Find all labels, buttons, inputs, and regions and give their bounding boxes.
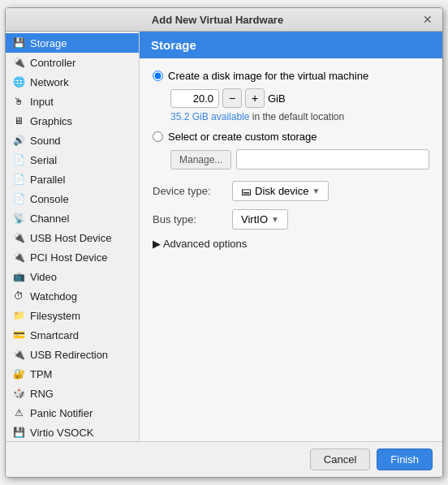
advanced-options-row[interactable]: ▶ Advanced options (153, 238, 429, 250)
available-suffix: in the default location (249, 111, 344, 122)
available-text: 35.2 GiB available in the default locati… (170, 111, 429, 122)
sidebar-item-pci-host-device[interactable]: 🔌PCI Host Device (6, 247, 139, 267)
device-type-arrow: ▼ (312, 187, 320, 195)
sidebar-label-usb-host-device: USB Host Device (30, 232, 111, 244)
sidebar-icon-storage: 💾 (12, 36, 25, 49)
radio-custom-label[interactable]: Select or create custom storage (168, 131, 317, 143)
disk-icon: 🖴 (241, 185, 252, 197)
dialog-title: Add New Virtual Hardware (14, 14, 421, 26)
sidebar-label-watchdog: Watchdog (30, 290, 77, 303)
sidebar-label-parallel: Parallel (30, 174, 65, 186)
sidebar-item-serial[interactable]: 📄Serial (6, 150, 139, 170)
sidebar-item-input[interactable]: 🖱Input (6, 92, 139, 111)
sidebar-label-channel: Channel (30, 212, 69, 225)
sidebar-item-parallel[interactable]: 📄Parallel (6, 170, 139, 189)
sidebar-item-watchdog[interactable]: ⏱Watchdog (6, 286, 139, 306)
increase-button[interactable]: + (245, 88, 265, 108)
sidebar-icon-parallel: 📄 (12, 173, 25, 186)
main-panel: Storage Create a disk image for the virt… (140, 32, 442, 441)
sidebar-item-smartcard[interactable]: 💳Smartcard (6, 325, 139, 345)
sidebar-item-panic-notifier[interactable]: ⚠Panic Notifier (6, 403, 139, 423)
bus-type-row: Bus type: VirtIO ▼ (153, 209, 429, 230)
disk-size-input[interactable] (170, 89, 219, 108)
sidebar-icon-panic-notifier: ⚠ (12, 406, 25, 419)
sidebar-item-sound[interactable]: 🔊Sound (6, 131, 139, 150)
sidebar-item-filesystem[interactable]: 📁Filesystem (6, 306, 139, 325)
sidebar-icon-filesystem: 📁 (12, 309, 25, 322)
sidebar-label-panic-notifier: Panic Notifier (30, 407, 93, 419)
manage-input[interactable] (236, 149, 429, 170)
bus-type-select[interactable]: VirtIO ▼ (232, 209, 288, 230)
dialog: Add New Virtual Hardware ✕ 💾Storage🔌Cont… (5, 7, 443, 478)
sidebar-label-video: Video (30, 271, 57, 283)
cancel-button[interactable]: Cancel (310, 449, 370, 470)
sidebar-icon-video: 📺 (12, 270, 25, 283)
sidebar-label-virtio-vsock: Virtio VSOCK (30, 427, 94, 439)
sidebar-item-graphics[interactable]: 🖥Graphics (6, 111, 139, 131)
bus-type-value: VirtIO (241, 213, 268, 225)
panel-header: Storage (140, 32, 442, 58)
sidebar-label-usb-redirection: USB Redirection (30, 349, 108, 361)
unit-label: GiB (268, 92, 286, 105)
device-type-value: Disk device (255, 185, 308, 197)
main-body: Create a disk image for the virtual mach… (140, 58, 442, 441)
content-area: 💾Storage🔌Controller🌐Network🖱Input🖥Graphi… (6, 32, 442, 441)
sidebar: 💾Storage🔌Controller🌐Network🖱Input🖥Graphi… (6, 32, 140, 441)
sidebar-icon-usb-redirection: 🔌 (12, 348, 25, 361)
sidebar-label-console: Console (30, 193, 69, 205)
sidebar-item-usb-redirection[interactable]: 🔌USB Redirection (6, 345, 139, 364)
sidebar-icon-sound: 🔊 (12, 134, 25, 147)
close-icon[interactable]: ✕ (421, 13, 434, 26)
sidebar-item-virtio-vsock[interactable]: 💾Virtio VSOCK (6, 423, 139, 441)
sidebar-icon-controller: 🔌 (12, 56, 25, 69)
sidebar-icon-rng: 🎲 (12, 387, 25, 400)
radio-custom[interactable] (153, 131, 163, 142)
sidebar-label-filesystem: Filesystem (30, 310, 80, 322)
sidebar-icon-serial: 📄 (12, 153, 25, 166)
sidebar-icon-tpm: 🔐 (12, 367, 25, 380)
sidebar-item-network[interactable]: 🌐Network (6, 72, 139, 92)
sidebar-icon-watchdog: ⏱ (12, 290, 25, 303)
sidebar-label-tpm: TPM (30, 368, 52, 380)
sidebar-item-storage[interactable]: 💾Storage (6, 33, 139, 53)
device-type-select[interactable]: 🖴 Disk device ▼ (232, 181, 329, 201)
bus-type-label: Bus type: (153, 213, 226, 225)
bus-type-arrow: ▼ (271, 215, 279, 224)
sidebar-icon-virtio-vsock: 💾 (12, 426, 25, 439)
sidebar-icon-channel: 📡 (12, 212, 25, 225)
sidebar-label-graphics: Graphics (30, 115, 72, 127)
panel-title: Storage (151, 38, 196, 52)
footer: Cancel Finish (6, 441, 442, 477)
sidebar-icon-input: 🖱 (12, 95, 25, 108)
device-type-row: Device type: 🖴 Disk device ▼ (153, 181, 429, 201)
decrease-button[interactable]: − (222, 88, 242, 108)
available-amount: 35.2 GiB available (170, 111, 249, 122)
sidebar-icon-graphics: 🖥 (12, 114, 25, 127)
sidebar-item-tpm[interactable]: 🔐TPM (6, 364, 139, 384)
disk-size-row: − + GiB (170, 88, 429, 108)
sidebar-label-network: Network (30, 76, 69, 88)
radio-custom-row: Select or create custom storage (153, 131, 429, 143)
sidebar-label-input: Input (30, 96, 54, 108)
radio-create-row: Create a disk image for the virtual mach… (153, 70, 429, 82)
sidebar-item-controller[interactable]: 🔌Controller (6, 53, 139, 72)
sidebar-item-usb-host-device[interactable]: 🔌USB Host Device (6, 228, 139, 247)
advanced-label: ▶ Advanced options (153, 238, 247, 250)
sidebar-item-console[interactable]: 📄Console (6, 189, 139, 208)
sidebar-item-channel[interactable]: 📡Channel (6, 208, 139, 228)
sidebar-label-controller: Controller (30, 57, 75, 69)
finish-button[interactable]: Finish (377, 449, 433, 470)
device-type-label: Device type: (153, 185, 226, 197)
sidebar-label-smartcard: Smartcard (30, 329, 79, 341)
radio-create[interactable] (153, 71, 163, 81)
sidebar-label-serial: Serial (30, 154, 57, 166)
titlebar: Add New Virtual Hardware ✕ (6, 8, 442, 32)
radio-create-label[interactable]: Create a disk image for the virtual mach… (168, 70, 368, 82)
sidebar-icon-usb-host-device: 🔌 (12, 231, 25, 244)
sidebar-label-pci-host-device: PCI Host Device (30, 251, 107, 264)
sidebar-label-sound: Sound (30, 135, 61, 147)
sidebar-item-rng[interactable]: 🎲RNG (6, 384, 139, 403)
sidebar-item-video[interactable]: 📺Video (6, 267, 139, 286)
sidebar-icon-console: 📄 (12, 192, 25, 205)
manage-button[interactable]: Manage... (170, 150, 231, 170)
